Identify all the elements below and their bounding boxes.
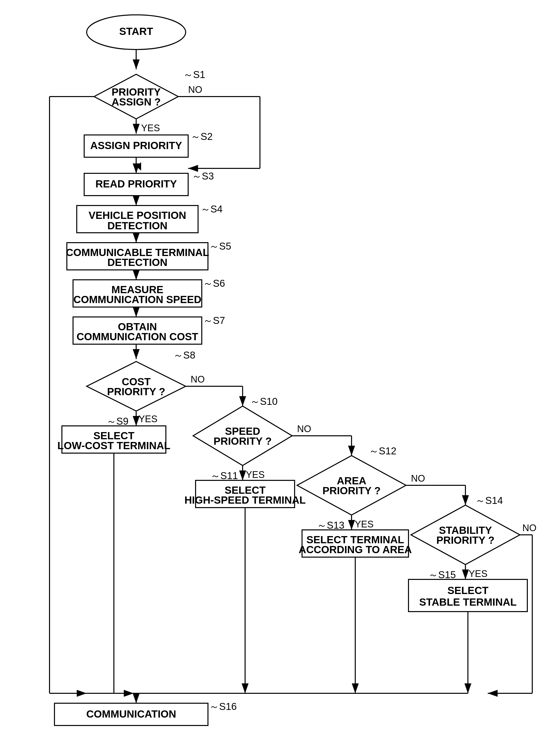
s4-text1: VEHICLE POSITION: [88, 210, 186, 221]
s10-label: ～S10: [250, 396, 278, 407]
s1-text2: ASSIGN ?: [112, 96, 161, 108]
s5-label: ～S5: [209, 241, 231, 252]
s1-label: ～S1: [183, 69, 205, 80]
s5-text2: DETECTION: [107, 257, 167, 268]
s4-text2: DETECTION: [107, 220, 167, 232]
s10-yes-label: YES: [246, 470, 265, 480]
s10-text2: PRIORITY ?: [214, 435, 272, 447]
s11-text2: HIGH-SPEED TERMINAL: [184, 494, 306, 506]
s16-label: ～S16: [209, 701, 237, 712]
s9-label: ～S9: [106, 416, 128, 427]
s8-label: ～S8: [173, 350, 195, 360]
s16-text: COMMUNICATION: [86, 708, 176, 720]
s14-text2: PRIORITY ?: [437, 534, 495, 546]
s3-text: READ PRIORITY: [95, 178, 177, 190]
s14-no-label: NO: [522, 523, 537, 533]
s2-text: ASSIGN PRIORITY: [90, 140, 182, 151]
s6-text2: COMMUNICATION SPEED: [73, 294, 201, 305]
s2-label: ～S2: [191, 131, 213, 142]
s8-no-label: NO: [191, 374, 205, 384]
s15-label: ～S15: [428, 569, 456, 580]
s4-label: ～S4: [201, 203, 223, 214]
s7-label: ～S7: [203, 315, 225, 326]
s15-text2: STABLE TERMINAL: [419, 596, 517, 608]
s12-text2: PRIORITY ?: [323, 485, 381, 496]
s8-yes-label: YES: [139, 414, 157, 424]
s6-label: ～S6: [203, 278, 225, 289]
s3-label: ～S3: [192, 171, 214, 181]
s14-label: ～S14: [475, 495, 503, 506]
s12-label: ～S12: [369, 446, 396, 456]
s1-no-label: NO: [188, 84, 202, 95]
s15-text1: SELECT: [447, 585, 488, 596]
s12-no-label: NO: [411, 473, 425, 483]
s8-text2: PRIORITY ?: [107, 386, 165, 397]
s1-yes-label: YES: [141, 123, 160, 133]
merge-indicator: [136, 162, 141, 171]
s14-yes-label: YES: [469, 569, 487, 579]
start-label: START: [119, 25, 153, 37]
s11-label: ～S11: [211, 470, 238, 481]
s12-yes-label: YES: [355, 519, 374, 529]
s9-text2: LOW-COST TERMINAL: [57, 440, 170, 451]
s13-text2: ACCORDING TO AREA: [299, 544, 412, 555]
s7-text2: COMMUNICATION COST: [77, 331, 198, 342]
flowchart-container: START PRIORITY ASSIGN ? ～S1 YES ～S2 ASSI…: [0, 0, 560, 751]
s13-label: ～S13: [317, 520, 344, 531]
s10-no-label: NO: [297, 424, 311, 434]
